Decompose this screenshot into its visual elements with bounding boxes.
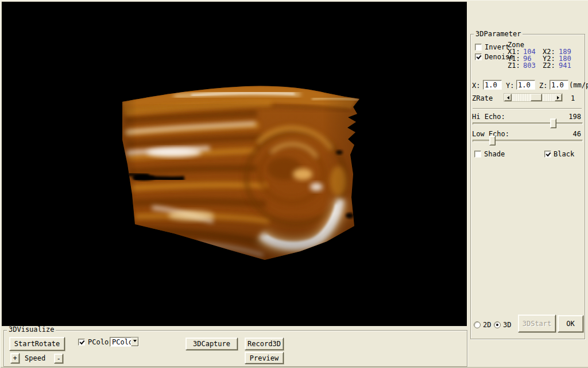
checkmark-icon <box>476 54 481 59</box>
app-window: 3DParameter Invert Denoise Zone X1: 104 … <box>0 0 588 368</box>
low-echo-value: 46 <box>573 130 581 138</box>
scale-x-input[interactable] <box>483 80 502 90</box>
scale-z-input[interactable] <box>550 80 568 90</box>
start-rotate-button[interactable]: StartRotate <box>9 337 65 351</box>
invert-checkbox[interactable] <box>475 44 482 51</box>
record-3d-button[interactable]: Record3D <box>245 338 284 350</box>
checkmark-icon <box>79 339 84 344</box>
zrate-scroll-left-button[interactable] <box>504 94 512 101</box>
mode-3d-radio[interactable] <box>494 321 501 328</box>
mode-3d-label: 3D <box>503 321 511 329</box>
zone-z1-value: 803 <box>523 62 536 70</box>
capture-3d-button[interactable]: 3DCapture <box>185 338 238 350</box>
speed-plus-button[interactable]: + <box>10 353 20 363</box>
zrate-scroll-thumb[interactable] <box>531 94 542 101</box>
zrate-label: ZRate <box>472 94 493 102</box>
scale-y-label: Y: <box>506 82 514 90</box>
zone-z2-label: Z2: <box>543 62 555 70</box>
mode-2d-label: 2D <box>483 321 491 329</box>
hi-echo-label: Hi Echo: <box>472 113 505 121</box>
scale-z-label: Z: <box>539 82 547 90</box>
pcolor-checkbox[interactable] <box>78 339 85 346</box>
preview-button[interactable]: Preview <box>245 352 284 364</box>
render-viewport[interactable] <box>2 2 467 326</box>
pcolor-dropdown[interactable]: PColor <box>110 337 139 347</box>
shade-label: Shade <box>484 150 505 158</box>
separator <box>473 108 582 109</box>
scroll-left-arrow-icon <box>505 96 509 99</box>
zrate-scrollbar[interactable] <box>504 93 563 102</box>
chevron-down-icon <box>133 340 137 344</box>
speed-label: Speed <box>25 354 45 362</box>
scroll-right-arrow-icon <box>557 96 561 99</box>
hi-echo-slider-thumb[interactable] <box>550 118 556 128</box>
black-checkbox[interactable] <box>544 151 551 158</box>
visualize-group-title: 3DVisualize <box>7 326 56 334</box>
zone-z2-value: 941 <box>559 62 571 70</box>
shade-checkbox[interactable] <box>474 151 481 158</box>
parameter-group-title: 3DParameter <box>474 30 523 38</box>
pcolor-dropdown-button[interactable] <box>131 338 138 346</box>
low-echo-slider-thumb[interactable] <box>489 136 496 145</box>
zone-z1-label: Z1: <box>508 62 520 70</box>
denoise-checkbox[interactable] <box>475 53 482 60</box>
checkmark-icon <box>546 151 551 156</box>
black-label: Black <box>554 150 574 158</box>
zrate-scroll-right-button[interactable] <box>555 94 562 101</box>
start-3d-button[interactable]: 3DStart <box>518 315 556 332</box>
mode-2d-radio[interactable] <box>474 321 481 328</box>
zrate-value: 1 <box>571 94 575 102</box>
radio-dot-icon <box>496 324 498 326</box>
speed-minus-button[interactable]: - <box>54 354 63 363</box>
scale-y-input[interactable] <box>516 80 535 90</box>
hi-echo-value: 198 <box>568 113 581 121</box>
scale-unit-label: (mm/p) <box>569 81 588 89</box>
hi-echo-slider-track[interactable] <box>473 122 583 125</box>
volume-render-3d <box>2 2 467 326</box>
ok-button[interactable]: OK <box>558 315 583 332</box>
pcolor-label: PColor <box>88 338 113 346</box>
invert-label: Invert <box>485 43 509 51</box>
scale-x-label: X: <box>472 82 480 90</box>
